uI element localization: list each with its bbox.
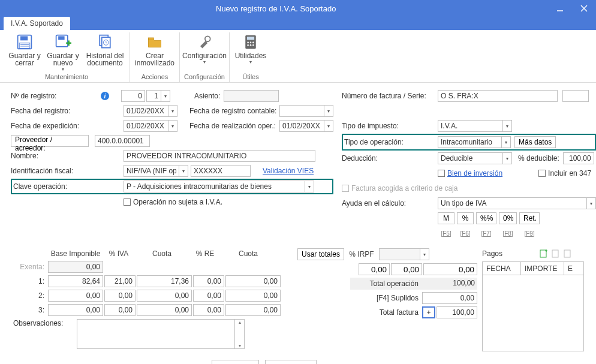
r3-re[interactable] (193, 304, 224, 316)
dropdown-button[interactable]: ▾ (420, 248, 429, 260)
pagos-grid[interactable]: FECHA IMPORTE E (482, 261, 584, 351)
utilidades-button[interactable]: Utilidades ▾ (233, 32, 268, 72)
observaciones-input[interactable]: ▴▾ (77, 319, 245, 349)
fecha-registro-label: Fecha del registro: (11, 107, 101, 115)
dropdown-button[interactable]: ▾ (324, 105, 333, 117)
r3-cuota2[interactable] (225, 304, 281, 316)
fecha-realiz-label: Fecha de realización oper.: (189, 122, 279, 130)
svg-rect-13 (149, 38, 154, 40)
n-registro-b-input[interactable] (146, 90, 161, 102)
ribbon-group-utiles: Utilidades ▾ Útiles (230, 32, 272, 82)
r1-cuota2[interactable] (225, 275, 281, 287)
ribbon-group-config: Configuración ▾ Configuración (180, 32, 230, 82)
scrollbar[interactable]: ▴▾ (234, 320, 244, 348)
fecha-realiz-input[interactable] (279, 120, 324, 132)
total-operacion-label: Total operación (350, 278, 422, 290)
r1-cuota[interactable] (137, 275, 192, 287)
r3-iva[interactable] (104, 304, 136, 316)
dropdown-button[interactable]: ▾ (179, 165, 188, 177)
id-fiscal-num-input[interactable] (191, 165, 251, 177)
total-factura-input[interactable] (437, 306, 477, 318)
calc-0-button[interactable]: 0% (499, 212, 517, 224)
tipo-operacion-input[interactable] (438, 136, 501, 148)
r2-cuota2[interactable] (225, 290, 281, 302)
ribbon-group-mantenimiento: Guardar y cerrar Guardar y nuevo ▾ Histo… (4, 32, 130, 82)
save-new-button[interactable]: Guardar y nuevo ▾ (46, 32, 80, 72)
deduccion-input[interactable] (438, 152, 502, 164)
r1-base[interactable] (48, 275, 103, 287)
doc-history-button[interactable]: Historial del documento (84, 32, 126, 72)
r2-re[interactable] (193, 290, 224, 302)
dropdown-button[interactable]: ▾ (305, 181, 314, 192)
minimize-button[interactable] (548, 0, 572, 17)
dropdown-button[interactable]: ▾ (501, 136, 511, 148)
bien-inversion-checkbox[interactable]: Bien de inversión (438, 169, 502, 178)
col-iva: % IVA (103, 248, 134, 259)
dropdown-button[interactable]: ▾ (502, 120, 512, 132)
n-registro-a-input[interactable] (121, 90, 145, 102)
no-sujeta-checkbox[interactable]: Operación no sujeta a I.V.A. (124, 198, 222, 206)
calc-m-button[interactable]: M (438, 212, 454, 224)
r2-base[interactable] (48, 290, 103, 302)
total-factura-plus-button[interactable]: + (422, 306, 435, 318)
svg-rect-9 (58, 36, 65, 40)
fecha-registro-input[interactable] (124, 105, 168, 117)
dropdown-button[interactable]: ▾ (586, 197, 596, 209)
serie-input[interactable] (562, 90, 589, 102)
r3-base[interactable] (48, 304, 103, 316)
info-icon[interactable]: i (101, 92, 109, 100)
proveedor-input[interactable] (95, 135, 150, 147)
dropdown-button[interactable]: ▾ (161, 90, 170, 102)
tools-icon (196, 34, 213, 50)
dropdown-button[interactable]: ▾ (324, 120, 333, 132)
r1-iva[interactable] (104, 275, 136, 287)
irpf-c (423, 263, 477, 275)
mas-datos-button[interactable]: Más datos (514, 136, 556, 148)
calc-pctpct-button[interactable]: %% (476, 212, 496, 224)
r3-cuota[interactable] (137, 304, 192, 316)
tipo-impuesto-input[interactable] (438, 120, 502, 132)
fecha-reg-cont-input[interactable] (279, 105, 324, 117)
n-registro-label: Nº de registro: (11, 92, 101, 100)
save-close-button[interactable]: Guardar y cerrar (7, 32, 42, 72)
fecha-exped-label: Fecha de expedición: (11, 122, 101, 130)
tab-iva-soportado[interactable]: I.V.A. Soportado (4, 17, 70, 30)
suplidos-input[interactable] (422, 292, 477, 304)
aceptar-button[interactable]: Aceptar (212, 360, 259, 364)
svg-point-19 (252, 42, 254, 44)
pct-deducible-input[interactable] (563, 152, 594, 164)
fecha-exped-input[interactable] (124, 120, 168, 132)
pagos-col-e[interactable]: E (564, 262, 583, 275)
fecha-reg-cont-label: Fecha de registro contable: (189, 107, 279, 115)
cancelar-button[interactable]: Cancelar (265, 360, 317, 364)
dropdown-button[interactable]: ▾ (168, 105, 177, 117)
num-factura-input[interactable] (438, 90, 558, 102)
irpf-combo (379, 248, 420, 260)
clave-op-input[interactable] (124, 181, 305, 192)
dropdown-button[interactable]: ▾ (168, 120, 177, 132)
pagos-add-button[interactable] (538, 248, 549, 259)
r1-re[interactable] (193, 275, 224, 287)
nombre-input[interactable] (124, 150, 315, 162)
close-button[interactable] (572, 0, 596, 17)
criterio-caja-checkbox: Factura acogida a criterio de caja (342, 184, 457, 192)
pagos-edit-button[interactable] (550, 248, 561, 259)
incluir-347-checkbox[interactable]: Incluir en 347 (538, 169, 591, 178)
proveedor-button[interactable]: Proveedor / acreedor: (11, 135, 89, 147)
pagos-delete-button[interactable] (562, 248, 573, 259)
usar-totales-button[interactable]: Usar totales (297, 248, 344, 260)
r2-iva[interactable] (104, 290, 136, 302)
folder-icon (146, 34, 163, 50)
pagos-col-fecha[interactable]: FECHA (483, 262, 521, 275)
validacion-vies-link[interactable]: Validación VIES (263, 167, 314, 175)
config-button[interactable]: Configuración ▾ (183, 32, 225, 72)
r2-cuota[interactable] (137, 290, 192, 302)
calc-ret-button[interactable]: Ret. (519, 212, 540, 224)
id-fiscal-tipo-input[interactable] (124, 165, 179, 177)
crear-inmovilizado-button[interactable]: Crear inmovilizado (134, 32, 176, 72)
calc-pct-button[interactable]: % (457, 212, 474, 224)
pagos-col-importe[interactable]: IMPORTE (521, 262, 564, 275)
save-new-icon (55, 34, 71, 50)
dropdown-button[interactable]: ▾ (502, 152, 512, 164)
ayuda-calculo-input[interactable] (438, 197, 586, 209)
